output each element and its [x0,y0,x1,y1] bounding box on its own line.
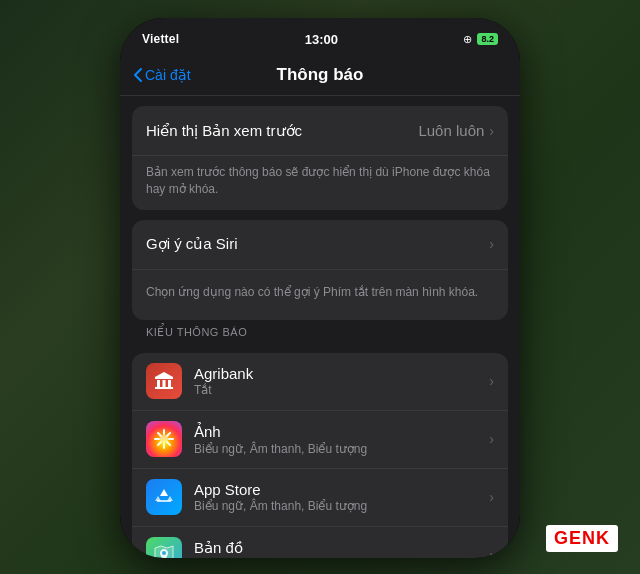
appstore-info: App Store Biểu ngữ, Âm thanh, Biểu tượng [194,481,489,513]
svg-point-14 [162,551,166,555]
list-item[interactable]: Agribank Tắt › [132,353,508,411]
preview-chevron-icon: › [489,123,494,139]
time-label: 13:00 [305,32,338,47]
siri-row[interactable]: Gợi ý của Siri › [132,220,508,270]
svg-line-12 [158,442,161,445]
preview-main: Hiển thị Bản xem trước [146,122,418,140]
preview-row[interactable]: Hiển thị Bản xem trước Luôn luôn › [132,106,508,156]
photos-chevron-icon: › [489,431,494,447]
section-label: KIỂU THÔNG BÁO [120,320,520,343]
preview-section: Hiển thị Bản xem trước Luôn luôn › Bản x… [132,106,508,210]
battery-badge: 8.2 [477,33,498,45]
agribank-sub: Tắt [194,383,489,397]
content-area[interactable]: Hiển thị Bản xem trước Luôn luôn › Bản x… [120,96,520,558]
preview-description: Bản xem trước thông báo sẽ được hiển thị… [146,164,494,198]
agribank-name: Agribank [194,365,489,382]
maps-icon [146,537,182,558]
list-item[interactable]: Ảnh Biểu ngữ, Âm thanh, Biểu tượng › [132,411,508,469]
status-icons: ⊕ 8.2 [463,33,498,46]
svg-rect-1 [163,380,166,387]
apps-list: Agribank Tắt › [132,353,508,558]
maps-info: Bản đồ Biểu ngữ [194,539,489,558]
maps-name: Bản đồ [194,539,489,557]
appstore-name: App Store [194,481,489,498]
appstore-sub: Biểu ngữ, Âm thanh, Biểu tượng [194,499,489,513]
siri-title: Gợi ý của Siri [146,235,489,253]
appstore-logo-icon [153,486,175,508]
svg-line-10 [167,442,170,445]
photos-logo-icon [153,428,175,450]
agribank-logo-icon [152,369,176,393]
svg-rect-0 [157,380,160,387]
page-title: Thông báo [277,65,364,85]
maps-logo-icon [153,544,175,558]
agribank-icon [146,363,182,399]
list-item[interactable]: Bản đồ Biểu ngữ › [132,527,508,558]
carrier-label: Viettel [142,32,179,46]
genk-label: GENK [554,528,610,548]
back-chevron-icon [134,68,142,82]
siri-section: Gợi ý của Siri › Chọn ứng dụng nào có th… [132,220,508,320]
list-item[interactable]: App Store Biểu ngữ, Âm thanh, Biểu tượng… [132,469,508,527]
svg-line-11 [167,433,170,436]
photos-info: Ảnh Biểu ngữ, Âm thanh, Biểu tượng [194,423,489,456]
siri-description: Chọn ứng dụng nào có thể gợi ý Phím tắt … [146,284,478,301]
photos-icon [146,421,182,457]
siri-description-row: Chọn ứng dụng nào có thể gợi ý Phím tắt … [132,270,508,320]
outer-wrapper: Viettel 13:00 ⊕ 8.2 Cài đặt Thông báo [0,0,640,574]
preview-value: Luôn luôn [418,122,484,139]
appstore-chevron-icon: › [489,489,494,505]
genk-watermark: GENK [546,525,618,552]
preview-description-row: Bản xem trước thông báo sẽ được hiển thị… [132,156,508,210]
photos-name: Ảnh [194,423,489,441]
navigation-bar: Cài đặt Thông báo [120,54,520,96]
siri-main: Gợi ý của Siri [146,235,489,253]
svg-rect-2 [168,380,171,387]
siri-chevron-icon: › [489,236,494,252]
appstore-icon [146,479,182,515]
phone-frame: Viettel 13:00 ⊕ 8.2 Cài đặt Thông báo [120,18,520,558]
location-icon: ⊕ [463,33,472,46]
agribank-info: Agribank Tắt [194,365,489,397]
agribank-chevron-icon: › [489,373,494,389]
back-button[interactable]: Cài đặt [134,67,191,83]
svg-rect-3 [155,387,173,389]
photos-sub: Biểu ngữ, Âm thanh, Biểu tượng [194,442,489,456]
status-bar: Viettel 13:00 ⊕ 8.2 [120,18,520,54]
back-label: Cài đặt [145,67,191,83]
preview-title: Hiển thị Bản xem trước [146,122,418,140]
svg-line-9 [158,433,161,436]
